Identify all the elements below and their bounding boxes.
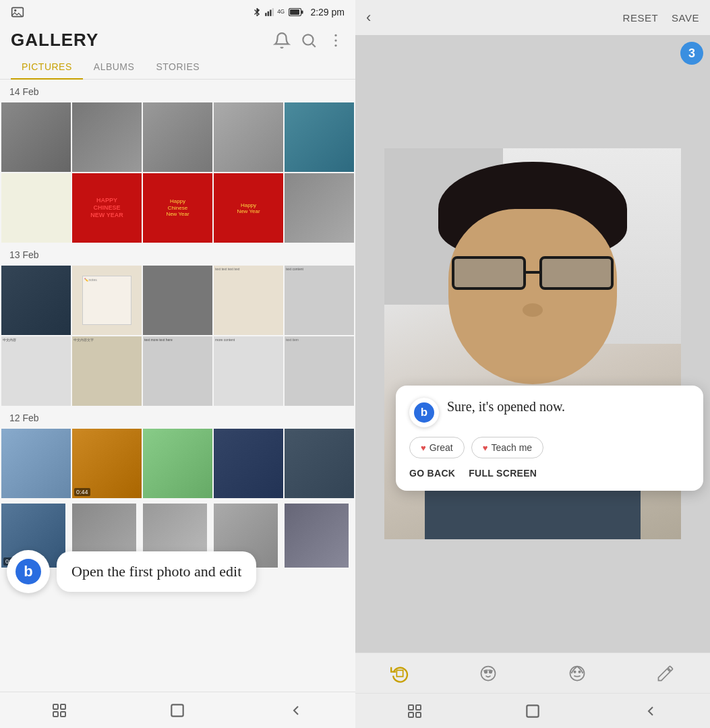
tab-pictures[interactable]: PICTURES	[11, 55, 83, 79]
photo-cell[interactable]: 中文内容文字	[72, 336, 142, 406]
svg-point-12	[334, 34, 336, 36]
svg-rect-28	[416, 705, 421, 710]
photo-cell[interactable]	[1, 429, 71, 498]
date-section-14feb: 14 Feb	[0, 80, 355, 102]
bottom-nav-left	[0, 692, 355, 728]
editor-back-button[interactable]: ‹	[366, 9, 371, 26]
svg-rect-17	[53, 712, 58, 717]
photo-cell[interactable]: HappyNew Year	[214, 173, 283, 243]
photo-cell[interactable]: text item	[285, 336, 354, 406]
status-bar-right: 4G 2:29 pm	[252, 7, 345, 18]
photo-cell[interactable]: 中文内容	[1, 336, 71, 406]
photo-cell[interactable]	[143, 266, 212, 335]
signal-icon	[264, 7, 274, 17]
editor-recent-apps-button[interactable]	[405, 701, 425, 721]
svg-rect-27	[409, 705, 413, 710]
bixby-logo: b	[16, 559, 41, 584]
date-section-13feb: 13 Feb	[0, 243, 355, 266]
full-screen-action[interactable]: FULL SCREEN	[469, 468, 537, 479]
svg-point-23	[490, 670, 492, 673]
gallery-header: GALLERY	[0, 24, 355, 55]
recent-apps-button[interactable]	[49, 700, 69, 721]
gallery-title: GALLERY	[11, 30, 98, 51]
svg-rect-8	[290, 9, 299, 15]
save-button[interactable]: SAVE	[672, 12, 699, 24]
svg-rect-31	[527, 705, 538, 717]
editor-topbar: ‹ RESET SAVE	[355, 0, 710, 35]
photo-cell[interactable]: HAPPYCHINESENEW YEAR	[72, 173, 142, 243]
svg-rect-15	[53, 704, 58, 709]
photo-cell[interactable]	[214, 102, 283, 172]
svg-rect-18	[61, 712, 65, 717]
svg-rect-2	[266, 13, 267, 16]
photo-cell[interactable]	[214, 429, 283, 498]
editor-back-button[interactable]	[641, 701, 661, 721]
editor-home-button[interactable]	[523, 701, 543, 721]
home-button[interactable]	[167, 700, 187, 721]
editor-tools	[355, 653, 710, 693]
photo-cell[interactable]	[285, 173, 354, 243]
photo-grid-13feb: ✏️notes text text text text text content…	[0, 266, 355, 406]
svg-rect-9	[301, 11, 303, 14]
great-label: Great	[430, 442, 453, 453]
svg-point-1	[14, 9, 16, 11]
step-badge: 3	[680, 42, 703, 65]
photo-cell[interactable]	[285, 102, 354, 172]
photo-cell[interactable]	[72, 102, 142, 172]
photo-cell[interactable]: text content	[285, 266, 354, 335]
status-time: 2:29 pm	[310, 7, 345, 18]
header-icons	[273, 32, 345, 49]
dialog-header: b Sure, it's opened now.	[409, 398, 690, 427]
data-icon: 4G	[276, 7, 286, 17]
svg-point-14	[334, 44, 336, 46]
great-button[interactable]: Great	[409, 437, 465, 458]
photo-cell[interactable]	[285, 429, 354, 498]
svg-rect-20	[396, 670, 403, 676]
photo-container: 3 b Sure, it's opened now. Great Teach m…	[355, 35, 710, 653]
photo-cell[interactable]: text more text here	[143, 336, 212, 406]
svg-point-13	[334, 39, 336, 41]
svg-point-10	[303, 34, 313, 44]
photo-cell[interactable]	[1, 102, 71, 172]
date-section-12feb: 12 Feb	[0, 406, 355, 429]
sticker-tool[interactable]	[566, 663, 588, 684]
gallery-content: 14 Feb HAPPYCHINESENEW YEAR HappyChinese…	[0, 80, 355, 692]
svg-rect-16	[61, 704, 65, 709]
tab-bar: PICTURES ALBUMS STORIES	[0, 55, 355, 80]
notification-icon[interactable]	[273, 32, 291, 49]
photo-cell[interactable]	[1, 266, 71, 335]
search-icon[interactable]	[300, 32, 318, 49]
photo-cell[interactable]: text text text text	[214, 266, 283, 335]
gallery-panel: 4G 2:29 pm GALLERY	[0, 0, 355, 728]
photo-cell[interactable]: ✏️notes	[72, 266, 142, 335]
battery-icon	[289, 8, 303, 16]
crop-rotate-tool[interactable]	[389, 663, 411, 684]
svg-rect-19	[172, 704, 183, 716]
photo-cell[interactable]	[143, 102, 212, 172]
svg-point-22	[485, 670, 487, 673]
date-label-14feb: 14 Feb	[9, 86, 346, 97]
go-back-action[interactable]: GO BACK	[409, 468, 455, 479]
photo-cell[interactable]	[1, 173, 71, 243]
date-label-12feb: 12 Feb	[9, 413, 346, 423]
back-button[interactable]	[286, 700, 306, 721]
bixby-dialog: b Sure, it's opened now. Great Teach me …	[396, 386, 703, 491]
face-retouch-tool[interactable]	[477, 663, 499, 684]
tab-albums[interactable]: ALBUMS	[83, 55, 146, 79]
draw-tool[interactable]	[655, 663, 676, 684]
photo-cell[interactable]: 0:44	[72, 429, 142, 498]
tab-stories[interactable]: STORIES	[145, 55, 210, 79]
photo-cell[interactable]: HappyChineseNew Year	[143, 173, 212, 243]
photo-cell[interactable]	[285, 504, 349, 568]
photo-cell[interactable]: more content	[214, 336, 283, 406]
svg-point-26	[579, 671, 580, 672]
status-bar-left	[11, 5, 24, 19]
dialog-actions: GO BACK FULL SCREEN	[409, 468, 690, 479]
video-duration-badge: 0:44	[74, 488, 90, 496]
reset-button[interactable]: RESET	[623, 12, 659, 24]
teach-me-button[interactable]: Teach me	[471, 437, 543, 458]
bixby-tooltip: b Open the first photo and edit	[7, 550, 256, 593]
photo-cell[interactable]	[143, 429, 212, 498]
svg-rect-30	[416, 712, 421, 717]
more-icon[interactable]	[327, 32, 345, 49]
